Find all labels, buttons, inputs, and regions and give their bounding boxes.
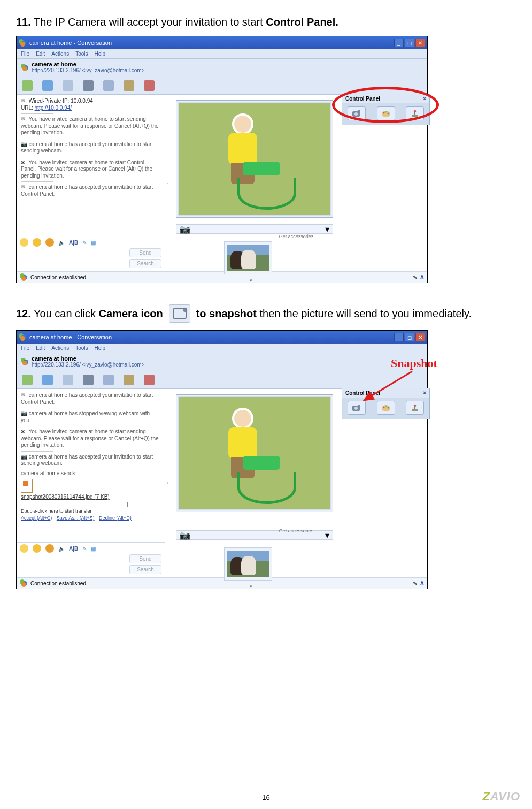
activities-icon[interactable]	[103, 375, 114, 385]
emoji-icon[interactable]	[20, 544, 28, 553]
thumb-options[interactable]: ▾	[235, 584, 267, 589]
search-button[interactable]: Search	[129, 259, 161, 268]
step-12-text: 12. You can click Camera icon to snapsho…	[16, 304, 516, 323]
window-titlebar: camera at home - Conversation _ ◻ ✕	[17, 331, 427, 344]
splitter-handle[interactable]: ⋮	[165, 95, 169, 271]
menubar: File Edit Actions Tools Help	[17, 344, 427, 353]
snapshot-arrow	[359, 368, 423, 406]
wink-icon[interactable]	[33, 238, 41, 247]
call-icon[interactable]	[83, 80, 94, 91]
webcam-icon[interactable]	[63, 80, 73, 91]
background-icon[interactable]: ✎	[82, 546, 87, 552]
format-bar: 🔈 A|B ✎ ▦	[17, 542, 165, 554]
send-button[interactable]: Send	[129, 554, 161, 563]
screenshot-1: camera at home - Conversation _ ◻ ✕ File…	[16, 36, 428, 283]
webcam-small-icon[interactable]: 📷	[180, 224, 190, 234]
close-button[interactable]: ✕	[415, 333, 425, 341]
menu-actions[interactable]: Actions	[51, 345, 69, 351]
webcam-bar: 📷 ▾	[176, 224, 333, 234]
invite-icon[interactable]	[22, 80, 33, 91]
get-accessories-link[interactable]: Get accessories	[165, 528, 427, 533]
webcam-options-dropdown[interactable]: ▾	[325, 224, 329, 234]
left-pane: ✉ Wired-Private IP: 10.0.0.94 URL: http:…	[17, 95, 165, 271]
ip-url-link[interactable]: http://10.0.0.94/	[35, 105, 72, 111]
font-a-icon[interactable]: A	[420, 581, 424, 586]
nudge-icon[interactable]	[45, 238, 54, 247]
chat-log: ✉ camera at home has accepted your invit…	[17, 389, 165, 542]
info-icon: ✉	[21, 392, 27, 399]
menu-file[interactable]: File	[21, 345, 29, 351]
font-icon[interactable]: A|B	[69, 546, 78, 552]
status-icon	[20, 579, 27, 587]
webcam-stopped-icon: 📷	[21, 410, 27, 417]
invite-icon[interactable]	[22, 375, 33, 385]
webcam-frame	[176, 100, 333, 218]
splitter-handle[interactable]: ⋮	[165, 389, 169, 577]
wink-icon[interactable]	[33, 544, 41, 553]
packs-icon[interactable]: ▦	[91, 240, 96, 246]
games-icon[interactable]	[124, 375, 134, 385]
font-a-icon[interactable]: A	[420, 274, 424, 280]
info-icon: ✉	[21, 116, 27, 123]
webcam-icon[interactable]	[63, 375, 73, 385]
progress-bar	[21, 502, 128, 507]
msn-icon	[19, 333, 26, 341]
menu-actions[interactable]: Actions	[51, 51, 69, 57]
share-files-icon[interactable]	[42, 80, 53, 91]
maximize-button[interactable]: ◻	[405, 333, 414, 341]
close-button[interactable]: ✕	[415, 39, 425, 47]
webcam-frame	[176, 394, 333, 512]
decline-link[interactable]: Decline (Alt+D)	[99, 515, 132, 521]
minimize-button[interactable]: _	[394, 333, 404, 341]
background-icon[interactable]: ✎	[82, 240, 87, 246]
window-title: camera at home - Conversation	[29, 40, 112, 46]
maximize-button[interactable]: ◻	[405, 39, 414, 47]
contact-avatar-icon	[21, 358, 28, 365]
statusbar: Connection established. ✎ A	[17, 577, 427, 589]
file-name: snapshot20080916114744.jpg (7 KB)	[21, 494, 160, 501]
thumb-options[interactable]: ▾	[235, 278, 267, 283]
send-button[interactable]: Send	[129, 248, 161, 257]
voice-clip-icon[interactable]: 🔈	[58, 240, 65, 246]
packs-icon[interactable]: ▦	[91, 546, 96, 552]
contact-avatar-icon	[21, 64, 28, 71]
webcam-image	[178, 396, 331, 510]
horse-picture	[227, 245, 269, 271]
menu-tools[interactable]: Tools	[75, 345, 88, 351]
menu-edit[interactable]: Edit	[36, 51, 45, 57]
menu-help[interactable]: Help	[95, 51, 106, 57]
nudge-icon[interactable]	[45, 544, 54, 553]
control-panel-close[interactable]: ×	[423, 390, 426, 396]
camera-icon-inline	[169, 304, 190, 323]
edit-icon[interactable]: ✎	[413, 581, 417, 586]
msn-icon	[19, 39, 26, 47]
share-files-icon[interactable]	[42, 375, 53, 385]
contact-name: camera at home	[32, 355, 144, 362]
menu-edit[interactable]: Edit	[36, 345, 45, 351]
games-icon[interactable]	[124, 80, 134, 91]
voice-clip-icon[interactable]: 🔈	[58, 546, 65, 552]
webcam-image	[178, 102, 331, 216]
search-button[interactable]: Search	[129, 565, 161, 574]
activities-icon[interactable]	[103, 80, 114, 91]
font-icon[interactable]: A|B	[69, 240, 78, 246]
horse-picture	[227, 551, 269, 577]
contact-name: camera at home	[32, 61, 144, 67]
minimize-button[interactable]: _	[394, 39, 404, 47]
block-icon[interactable]	[144, 375, 155, 385]
file-transfer: snapshot20080916114744.jpg (7 KB) Double…	[21, 479, 160, 521]
statusbar: Connection established. ✎ A	[17, 271, 427, 283]
menu-file[interactable]: File	[21, 51, 29, 57]
baby-walker	[237, 456, 302, 504]
self-thumbnail	[224, 547, 272, 581]
accept-link[interactable]: Accept (Alt+C)	[21, 515, 52, 521]
get-accessories-link[interactable]: Get accessories	[165, 234, 427, 239]
menu-tools[interactable]: Tools	[75, 51, 88, 57]
menu-help[interactable]: Help	[95, 345, 106, 351]
save-as-link[interactable]: Save As... (Alt+S)	[57, 515, 95, 521]
emoji-icon[interactable]	[20, 238, 28, 247]
call-icon[interactable]	[83, 375, 94, 385]
edit-icon[interactable]: ✎	[413, 274, 417, 280]
block-icon[interactable]	[144, 80, 155, 91]
double-click-hint[interactable]: Double-click here to start transfer	[21, 508, 160, 514]
